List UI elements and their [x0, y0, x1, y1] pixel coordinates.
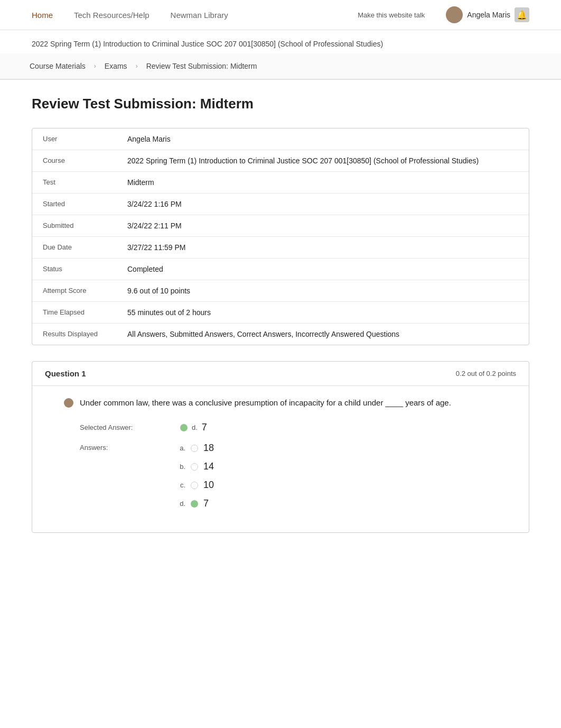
breadcrumb-nav: Course Materials › Exams › Review Test S…: [0, 53, 561, 80]
question-body: Under common law, there was a conclusive…: [32, 386, 529, 532]
selected-dot: [180, 424, 188, 431]
breadcrumb-exams[interactable]: Exams: [96, 59, 136, 73]
nav-tech[interactable]: Tech Resources/Help: [74, 11, 149, 20]
info-value: 3/24/22 1:16 PM: [117, 193, 529, 215]
info-value: All Answers, Submitted Answers, Correct …: [117, 324, 529, 345]
option-letter: c.: [175, 481, 185, 489]
option-value: 18: [203, 443, 214, 454]
selected-answer-value: d. 7: [180, 422, 207, 433]
breadcrumb-course-materials[interactable]: Course Materials: [21, 59, 94, 73]
table-row: UserAngela Maris: [32, 128, 529, 150]
option-dot: [191, 500, 198, 508]
info-label: User: [32, 128, 117, 150]
option-value: 14: [203, 461, 214, 472]
info-label: Due Date: [32, 237, 117, 259]
option-dot: [191, 482, 198, 489]
info-value: Completed: [117, 259, 529, 280]
page-title: Review Test Submission: Midterm: [32, 96, 529, 112]
main-content: Review Test Submission: Midterm UserAnge…: [0, 80, 561, 559]
question-indicator-dot: [64, 398, 73, 408]
user-name-label: Angela Maris: [467, 11, 510, 19]
question-card: Question 1 0.2 out of 0.2 points Under c…: [32, 361, 529, 533]
make-website-talk-label: Make this website talk: [358, 11, 425, 19]
question-text: Under common law, there was a conclusive…: [80, 397, 451, 409]
info-label: Course: [32, 150, 117, 172]
table-row: TestMidterm: [32, 172, 529, 193]
list-item: a.18: [175, 443, 214, 454]
option-letter: d.: [175, 500, 185, 508]
table-row: Due Date3/27/22 11:59 PM: [32, 237, 529, 259]
info-label: Time Elapsed: [32, 302, 117, 324]
notifications-icon[interactable]: 🔔: [515, 7, 529, 22]
table-row: StatusCompleted: [32, 259, 529, 280]
selected-answer-row: Selected Answer: d. 7: [80, 422, 508, 433]
option-dot: [191, 445, 198, 452]
top-navigation: Home Tech Resources/Help Newman Library …: [0, 0, 561, 30]
answers-label: Answers:: [80, 443, 175, 451]
info-label: Attempt Score: [32, 280, 117, 302]
question-text-area: Under common law, there was a conclusive…: [64, 397, 508, 409]
nav-home[interactable]: Home: [32, 11, 53, 20]
table-row: Started3/24/22 1:16 PM: [32, 193, 529, 215]
question-number: Question 1: [45, 369, 86, 378]
answer-options-list: a.18b.14c.10d.7: [175, 443, 214, 509]
info-label: Submitted: [32, 215, 117, 237]
info-value: 9.6 out of 10 points: [117, 280, 529, 302]
info-value: Midterm: [117, 172, 529, 193]
nav-library[interactable]: Newman Library: [171, 11, 228, 20]
option-letter: b.: [175, 463, 185, 471]
info-value: 3/24/22 2:11 PM: [117, 215, 529, 237]
course-title-bar: 2022 Spring Term (1) Introduction to Cri…: [0, 30, 561, 53]
info-value: Angela Maris: [117, 128, 529, 150]
list-item: d.7: [175, 498, 214, 509]
info-table: UserAngela MarisCourse2022 Spring Term (…: [32, 128, 529, 345]
table-row: Results DisplayedAll Answers, Submitted …: [32, 324, 529, 345]
info-label: Status: [32, 259, 117, 280]
info-value: 2022 Spring Term (1) Introduction to Cri…: [117, 150, 529, 172]
table-row: Attempt Score9.6 out of 10 points: [32, 280, 529, 302]
question-header: Question 1 0.2 out of 0.2 points: [32, 362, 529, 386]
info-value: 3/27/22 11:59 PM: [117, 237, 529, 259]
option-value: 10: [203, 480, 214, 491]
info-label: Results Displayed: [32, 324, 117, 345]
info-label: Test: [32, 172, 117, 193]
user-area: Angela Maris 🔔: [446, 6, 529, 23]
selected-answer-label: Selected Answer:: [80, 423, 175, 431]
option-letter: a.: [175, 444, 185, 452]
avatar: [446, 6, 463, 23]
course-title-text: 2022 Spring Term (1) Introduction to Cri…: [32, 40, 383, 48]
selected-letter: d.: [192, 423, 198, 431]
list-item: c.10: [175, 480, 214, 491]
info-label: Started: [32, 193, 117, 215]
list-item: b.14: [175, 461, 214, 472]
selected-value: 7: [202, 422, 207, 433]
submission-info-card: UserAngela MarisCourse2022 Spring Term (…: [32, 128, 529, 345]
question-points: 0.2 out of 0.2 points: [456, 370, 516, 377]
table-row: Time Elapsed55 minutes out of 2 hours: [32, 302, 529, 324]
breadcrumb-review-test: Review Test Submission: Midterm: [138, 59, 266, 73]
option-value: 7: [203, 498, 209, 509]
answer-section: Selected Answer: d. 7 Answers: a.18b.14c…: [64, 422, 508, 509]
answers-row: Answers: a.18b.14c.10d.7: [80, 443, 508, 509]
info-value: 55 minutes out of 2 hours: [117, 302, 529, 324]
table-row: Course2022 Spring Term (1) Introduction …: [32, 150, 529, 172]
table-row: Submitted3/24/22 2:11 PM: [32, 215, 529, 237]
option-dot: [191, 463, 198, 471]
